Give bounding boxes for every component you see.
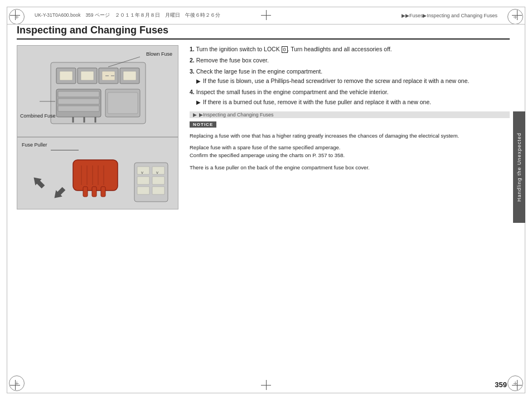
- svg-rect-11: [123, 71, 136, 80]
- page-title: Inspecting and Changing Fuses: [17, 25, 510, 40]
- right-column: 1. Turn the ignition switch to LOCK 0. T…: [190, 45, 510, 209]
- notice-badge-container: NOTICE: [190, 120, 510, 129]
- blown-fuse-label: Blown Fuse: [146, 51, 172, 57]
- svg-rect-34: [101, 187, 105, 197]
- fuse-top-svg: [17, 46, 178, 137]
- steps-section: 1. Turn the ignition switch to LOCK 0. T…: [190, 45, 510, 107]
- sidebar-tab: Handling the Unexpected: [513, 111, 525, 223]
- fuse-puller-svg: v v: [17, 138, 178, 209]
- combined-fuse-label: Combined Fuse: [20, 113, 56, 120]
- svg-rect-33: [92, 187, 96, 197]
- svg-rect-13: [58, 91, 99, 97]
- fuse-puller-image-box: v v Fuse Puller: [17, 137, 178, 209]
- step-3: 3. Check the large fuse in the engine co…: [190, 67, 510, 86]
- svg-rect-20: [108, 92, 138, 114]
- two-column-layout: Blown Fuse Combined Fuse: [17, 45, 510, 209]
- svg-rect-41: [152, 187, 165, 194]
- svg-rect-40: [137, 187, 149, 194]
- notice-text-3: There is a fuse puller on the back of th…: [190, 164, 510, 172]
- svg-rect-14: [58, 99, 99, 104]
- notice-section: ▶ ▶Inspecting and Changing Fuses NOTICE …: [190, 111, 510, 172]
- notice-section-header: ▶ ▶Inspecting and Changing Fuses: [190, 111, 510, 118]
- left-column: Blown Fuse Combined Fuse: [17, 45, 178, 209]
- svg-rect-15: [58, 106, 99, 111]
- notice-badge: NOTICE: [190, 121, 216, 128]
- header: UK-Y-31T0A600.book 359 ページ ２０１１年８月８日 月曜日…: [7, 7, 525, 25]
- svg-rect-37: [152, 167, 165, 174]
- fuse-puller-label: Fuse Puller: [22, 142, 47, 148]
- notice-text-1: Replacing a fuse with one that has a hig…: [190, 132, 510, 140]
- blown-fuse-image-box: Blown Fuse Combined Fuse: [17, 45, 178, 137]
- svg-text:v: v: [141, 170, 143, 175]
- step-4: 4. Inspect the small fuses in the engine…: [190, 88, 510, 107]
- svg-rect-26: [73, 160, 118, 191]
- svg-rect-32: [83, 187, 88, 197]
- page-number: 359: [495, 381, 507, 389]
- svg-rect-38: [137, 177, 149, 184]
- svg-rect-6: [60, 71, 72, 80]
- step-2: 2. Remove the fuse box cover.: [190, 56, 510, 65]
- main-content: Inspecting and Changing Fuses: [17, 25, 510, 378]
- notice-text-2: Replace fuse with a spare fuse of the sa…: [190, 144, 510, 159]
- fuse-puller-line: [51, 150, 79, 150]
- breadcrumb: ▶▶Fuses▶Inspecting and Changing Fuses: [402, 13, 497, 18]
- header-print-info: UK-Y-31T0A600.book 359 ページ ２０１１年８月８日 月曜日…: [35, 12, 220, 19]
- step-1: 1. Turn the ignition switch to LOCK 0. T…: [190, 45, 510, 54]
- svg-rect-39: [152, 177, 165, 184]
- svg-rect-7: [81, 71, 94, 80]
- svg-text:v: v: [156, 170, 158, 175]
- svg-rect-36: [137, 167, 149, 174]
